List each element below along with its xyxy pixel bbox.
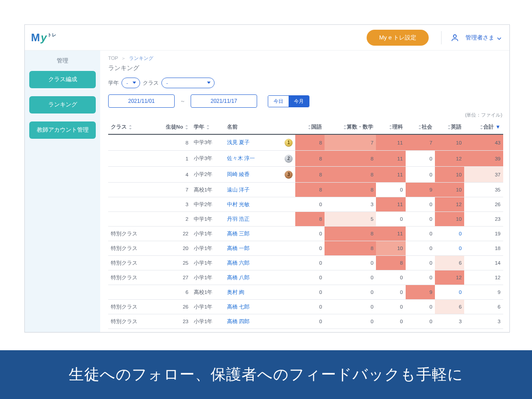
- settings-button[interactable]: My e トレ設定: [367, 30, 429, 46]
- col-total[interactable]: 合計▼: [464, 120, 503, 134]
- cell: 小学3年: [191, 151, 224, 167]
- student-name[interactable]: 中村 光敏: [224, 197, 282, 212]
- student-name[interactable]: 岡崎 綾香: [224, 167, 282, 183]
- cell: 0: [295, 241, 325, 256]
- cell: 0: [376, 285, 405, 300]
- breadcrumb-current: ランキング: [129, 55, 153, 61]
- sort-icon: [389, 125, 392, 129]
- table-row[interactable]: 特別クラス26小学1年高橋 七郎000066: [108, 300, 503, 314]
- cell: 10: [435, 183, 464, 197]
- medal-cell: [282, 183, 295, 197]
- table-row[interactable]: 2中学1年丹羽 浩正85001023: [108, 212, 503, 227]
- cell: 26: [152, 300, 191, 314]
- sidebar-item-teacher[interactable]: 教師アカウント管理: [29, 121, 96, 139]
- table-row[interactable]: 7高校1年遠山 洋子88091035: [108, 183, 503, 197]
- col-kokugo[interactable]: 国語: [295, 120, 325, 134]
- date-from-input[interactable]: 2021/11/01: [108, 94, 175, 108]
- cell: 10: [435, 134, 464, 151]
- cell: 0: [295, 270, 325, 285]
- cell: 0: [295, 300, 325, 314]
- student-name[interactable]: 丹羽 浩正: [224, 212, 282, 227]
- date-segment: 今日 今月: [268, 95, 309, 107]
- medal-2-icon: 2: [285, 155, 293, 163]
- col-name[interactable]: 名前: [224, 120, 282, 134]
- cell: 11: [376, 197, 405, 212]
- cell: 9: [406, 183, 435, 197]
- col-shakai[interactable]: 社会: [406, 120, 435, 134]
- cell: 43: [464, 134, 503, 151]
- cell: 0: [295, 314, 325, 329]
- student-name[interactable]: 高橋 七郎: [224, 300, 282, 314]
- user-dropdown[interactable]: 管理者さま: [466, 34, 501, 42]
- date-to-input[interactable]: 2021/11/17: [191, 94, 257, 108]
- table-row[interactable]: 4小学2年岡崎 綾香3881101037: [108, 167, 503, 183]
- cell: 0: [376, 300, 405, 314]
- student-name[interactable]: 高橋 六郎: [224, 256, 282, 270]
- col-rika[interactable]: 理科: [376, 120, 405, 134]
- col-student-no[interactable]: 生徒No: [152, 120, 191, 134]
- student-name[interactable]: 高橋 一郎: [224, 241, 282, 256]
- cell: 0: [376, 270, 405, 285]
- sidebar: 管理 クラス編成 ランキング 教師アカウント管理: [25, 51, 100, 332]
- sort-icon: [480, 125, 483, 129]
- cell: 特別クラス: [108, 270, 152, 285]
- grade-select[interactable]: -: [121, 78, 140, 88]
- cell: 4: [152, 167, 191, 183]
- logo-m: M: [31, 31, 40, 44]
- cell: 8: [295, 212, 325, 227]
- cell: 3: [325, 197, 376, 212]
- student-name[interactable]: 遠山 洋子: [224, 183, 282, 197]
- cell: 5: [325, 212, 376, 227]
- seg-today[interactable]: 今日: [268, 96, 289, 107]
- col-grade[interactable]: 学年: [191, 120, 224, 134]
- table-row[interactable]: 特別クラス22小学1年高橋 三郎08110019: [108, 227, 503, 241]
- student-name[interactable]: 奥村 絢: [224, 285, 282, 300]
- cell: [108, 151, 152, 167]
- cell: 9: [464, 285, 503, 300]
- col-sansu[interactable]: 算数・数学: [325, 120, 376, 134]
- table-row[interactable]: 特別クラス25小学1年高橋 六郎0080614: [108, 256, 503, 270]
- cell: 特別クラス: [108, 256, 152, 270]
- student-name[interactable]: 高橋 八郎: [224, 270, 282, 285]
- table-row[interactable]: 特別クラス20小学1年高橋 一郎08100018: [108, 241, 503, 256]
- cell: 中学2年: [191, 197, 224, 212]
- breadcrumb-sep: ＞: [121, 55, 126, 61]
- cell: 0: [406, 300, 435, 314]
- table-row[interactable]: 6高校1年奥村 絢000909: [108, 285, 503, 300]
- table-row[interactable]: 特別クラス23小学1年高橋 四郎000033: [108, 314, 503, 329]
- sidebar-title: 管理: [57, 57, 68, 65]
- medal-cell: [282, 256, 295, 270]
- class-select[interactable]: -: [161, 78, 215, 88]
- breadcrumb-top[interactable]: TOP: [108, 55, 118, 61]
- cell: 0: [295, 256, 325, 270]
- sidebar-item-ranking[interactable]: ランキング: [29, 96, 96, 113]
- sidebar-item-class[interactable]: クラス編成: [29, 71, 96, 88]
- cell: 小学1年: [191, 241, 224, 256]
- cell: 8: [325, 167, 376, 183]
- sort-icon: [185, 125, 188, 129]
- cell: 0: [406, 256, 435, 270]
- cell: 7: [406, 134, 435, 151]
- cell: 0: [406, 212, 435, 227]
- cell: [108, 212, 152, 227]
- cell: [108, 167, 152, 183]
- col-class[interactable]: クラス: [108, 120, 152, 134]
- cell: 0: [376, 183, 405, 197]
- student-name[interactable]: 高橋 三郎: [224, 227, 282, 241]
- seg-month[interactable]: 今月: [289, 96, 309, 107]
- col-eigo[interactable]: 英語: [435, 120, 464, 134]
- cell: [108, 183, 152, 197]
- table-row[interactable]: 1小学3年佐々木 淳一2881101239: [108, 151, 503, 167]
- cell: 8: [295, 151, 325, 167]
- cell: 中学3年: [191, 134, 224, 151]
- student-name[interactable]: 高橋 四郎: [224, 314, 282, 329]
- bottom-banner: 生徒へのフォロー、保護者へのフィードバックも手軽に: [0, 350, 532, 399]
- table-row[interactable]: 3中学2年中村 光敏031101226: [108, 197, 503, 212]
- table-row[interactable]: 特別クラス27小学1年高橋 八郎00001212: [108, 270, 503, 285]
- student-name[interactable]: 浅見 夏子: [224, 134, 282, 151]
- cell: 8: [325, 183, 376, 197]
- table-row[interactable]: 8中学3年浅見 夏子1871171043: [108, 134, 503, 151]
- cell: 10: [435, 212, 464, 227]
- medal-cell: [282, 212, 295, 227]
- student-name[interactable]: 佐々木 淳一: [224, 151, 282, 167]
